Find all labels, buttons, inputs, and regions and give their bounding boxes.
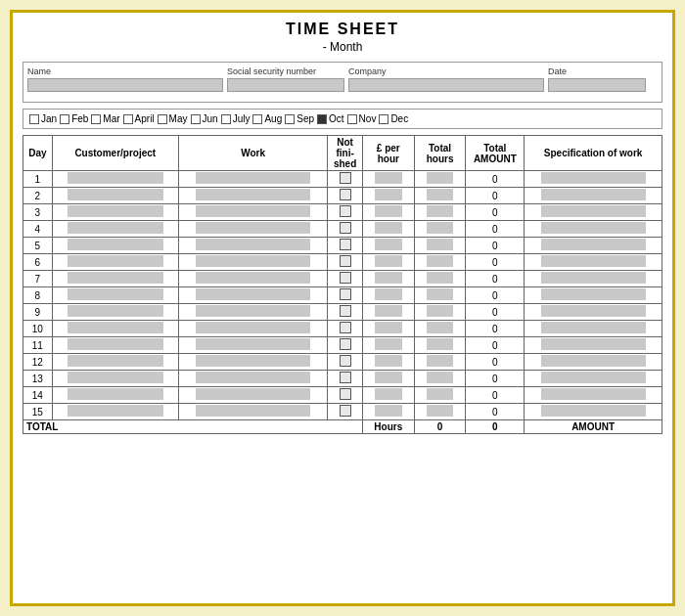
cell-customer-11[interactable] xyxy=(52,337,178,354)
notfinished-checkbox-6[interactable] xyxy=(340,255,351,267)
month-item-july[interactable]: July xyxy=(221,113,251,124)
customer-input-3[interactable] xyxy=(68,205,163,217)
cell-notfinished-1[interactable] xyxy=(328,171,363,188)
cell-totalhours-8[interactable] xyxy=(414,287,466,304)
cell-totalhours-5[interactable] xyxy=(414,238,466,254)
work-input-10[interactable] xyxy=(196,322,309,333)
work-input-4[interactable] xyxy=(196,222,309,234)
rate-input-10[interactable] xyxy=(375,322,401,333)
month-checkbox-jun[interactable] xyxy=(191,114,201,124)
spec-input-4[interactable] xyxy=(541,222,646,234)
cell-rate-2[interactable] xyxy=(362,188,414,204)
month-item-mar[interactable]: Mar xyxy=(91,113,119,124)
notfinished-checkbox-4[interactable] xyxy=(340,222,351,234)
cell-totalhours-13[interactable] xyxy=(414,371,466,387)
spec-input-2[interactable] xyxy=(541,189,646,200)
cell-work-11[interactable] xyxy=(178,337,328,354)
month-checkbox-april[interactable] xyxy=(123,114,133,124)
totalhours-input-15[interactable] xyxy=(427,405,453,417)
cell-notfinished-7[interactable] xyxy=(328,271,363,287)
work-input-7[interactable] xyxy=(196,272,309,284)
month-checkbox-jan[interactable] xyxy=(29,114,39,124)
spec-input-7[interactable] xyxy=(541,272,646,284)
notfinished-checkbox-5[interactable] xyxy=(340,239,351,250)
month-item-sep[interactable]: Sep xyxy=(285,113,314,124)
customer-input-12[interactable] xyxy=(68,355,163,367)
totalhours-input-6[interactable] xyxy=(427,255,453,267)
customer-input-4[interactable] xyxy=(68,222,163,234)
totalhours-input-12[interactable] xyxy=(427,355,453,367)
customer-input-13[interactable] xyxy=(68,372,163,383)
month-checkbox-may[interactable] xyxy=(158,114,167,124)
work-input-12[interactable] xyxy=(196,355,309,367)
cell-totalhours-11[interactable] xyxy=(414,337,466,354)
rate-input-6[interactable] xyxy=(375,255,401,267)
cell-totalhours-10[interactable] xyxy=(414,321,466,337)
cell-totalhours-4[interactable] xyxy=(414,221,466,238)
cell-notfinished-4[interactable] xyxy=(328,221,363,238)
cell-rate-5[interactable] xyxy=(362,238,414,254)
cell-customer-2[interactable] xyxy=(52,188,178,204)
cell-totalhours-7[interactable] xyxy=(414,271,466,287)
rate-input-8[interactable] xyxy=(375,288,401,300)
cell-totalhours-6[interactable] xyxy=(414,254,466,271)
month-checkbox-mar[interactable] xyxy=(91,114,101,124)
cell-customer-7[interactable] xyxy=(52,271,178,287)
month-checkbox-dec[interactable] xyxy=(379,114,388,124)
work-input-8[interactable] xyxy=(196,288,309,300)
cell-totalhours-14[interactable] xyxy=(414,387,466,404)
cell-notfinished-8[interactable] xyxy=(328,287,363,304)
cell-customer-4[interactable] xyxy=(52,221,178,238)
rate-input-4[interactable] xyxy=(375,222,401,234)
cell-customer-10[interactable] xyxy=(52,321,178,337)
totalhours-input-1[interactable] xyxy=(427,172,453,184)
month-item-feb[interactable]: Feb xyxy=(60,113,88,124)
totalhours-input-10[interactable] xyxy=(427,322,453,333)
rate-input-7[interactable] xyxy=(375,272,401,284)
cell-spec-10[interactable] xyxy=(525,321,662,337)
cell-spec-15[interactable] xyxy=(525,404,662,420)
totalhours-input-7[interactable] xyxy=(427,272,453,284)
month-checkbox-oct[interactable] xyxy=(317,114,327,124)
customer-input-7[interactable] xyxy=(68,272,163,284)
month-item-aug[interactable]: Aug xyxy=(252,113,282,124)
cell-customer-3[interactable] xyxy=(52,204,178,221)
work-input-14[interactable] xyxy=(196,388,309,400)
work-input-15[interactable] xyxy=(196,405,309,417)
cell-work-3[interactable] xyxy=(178,204,328,221)
cell-rate-6[interactable] xyxy=(362,254,414,271)
cell-rate-7[interactable] xyxy=(362,271,414,287)
customer-input-6[interactable] xyxy=(68,255,163,267)
work-input-9[interactable] xyxy=(196,305,309,317)
totalhours-input-8[interactable] xyxy=(427,288,453,300)
customer-input-14[interactable] xyxy=(68,388,163,400)
notfinished-checkbox-9[interactable] xyxy=(340,305,351,317)
cell-notfinished-13[interactable] xyxy=(328,371,363,387)
cell-customer-14[interactable] xyxy=(52,387,178,404)
cell-work-15[interactable] xyxy=(178,404,328,420)
cell-rate-9[interactable] xyxy=(362,304,414,321)
cell-totalhours-15[interactable] xyxy=(414,404,466,420)
rate-input-5[interactable] xyxy=(375,239,401,250)
notfinished-checkbox-2[interactable] xyxy=(340,189,351,200)
notfinished-checkbox-7[interactable] xyxy=(340,272,351,284)
totalhours-input-2[interactable] xyxy=(427,189,453,200)
cell-rate-15[interactable] xyxy=(362,404,414,420)
notfinished-checkbox-10[interactable] xyxy=(340,322,351,333)
month-item-jan[interactable]: Jan xyxy=(29,113,57,124)
rate-input-12[interactable] xyxy=(375,355,401,367)
cell-work-14[interactable] xyxy=(178,387,328,404)
customer-input-5[interactable] xyxy=(68,239,163,250)
totalhours-input-14[interactable] xyxy=(427,388,453,400)
totalhours-input-4[interactable] xyxy=(427,222,453,234)
month-item-dec[interactable]: Dec xyxy=(379,113,408,124)
name-input[interactable] xyxy=(27,78,223,92)
totalhours-input-11[interactable] xyxy=(427,338,453,350)
cell-totalhours-3[interactable] xyxy=(414,204,466,221)
cell-rate-3[interactable] xyxy=(362,204,414,221)
notfinished-checkbox-3[interactable] xyxy=(340,205,351,217)
spec-input-10[interactable] xyxy=(541,322,646,333)
cell-spec-4[interactable] xyxy=(525,221,662,238)
spec-input-12[interactable] xyxy=(541,355,646,367)
cell-notfinished-15[interactable] xyxy=(328,404,363,420)
